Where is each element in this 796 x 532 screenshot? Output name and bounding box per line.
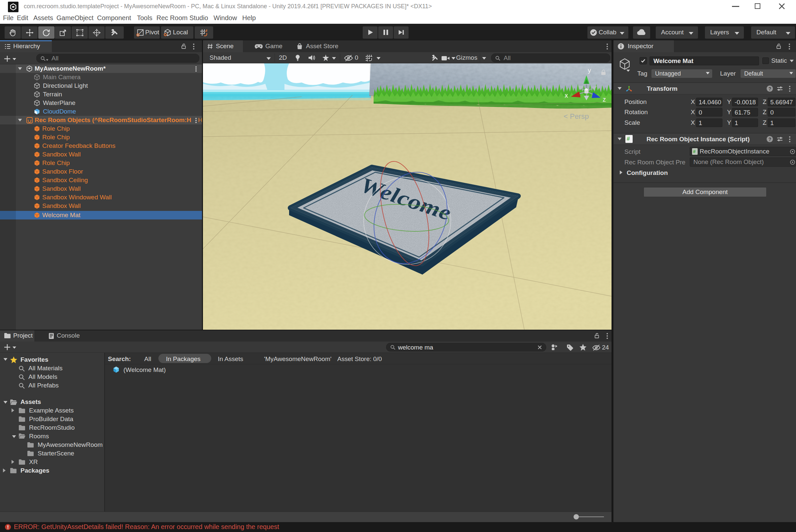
svg-text:?: ? xyxy=(769,86,772,91)
svg-text:?: ? xyxy=(769,137,772,142)
svg-text:z: z xyxy=(603,96,606,103)
svg-text:< Persp: < Persp xyxy=(564,112,589,120)
svg-text:x: x xyxy=(565,92,568,99)
svg-text:y: y xyxy=(588,66,591,74)
